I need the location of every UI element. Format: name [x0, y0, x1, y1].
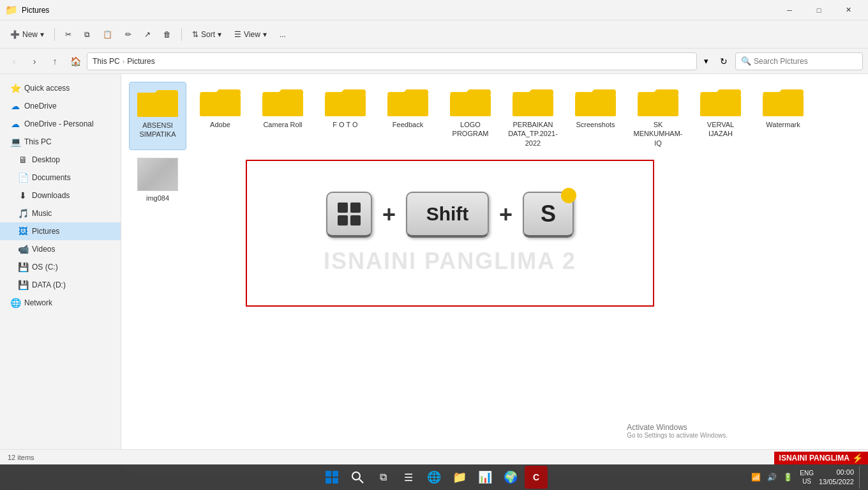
breadcrumb-pictures[interactable]: Pictures	[127, 57, 154, 66]
delete-icon: 🗑	[163, 30, 171, 39]
svg-rect-8	[513, 95, 553, 116]
folder-item-sk[interactable]: SK MENKUMHAM-IQ	[629, 82, 687, 150]
folder-item-foto[interactable]: F O T O	[317, 82, 374, 150]
folder-item-img084[interactable]: img084	[129, 155, 186, 205]
folder-item-watermark[interactable]: Watermark	[754, 82, 812, 150]
share-button[interactable]: ↗	[139, 24, 156, 45]
svg-rect-15	[338, 215, 348, 226]
shortcut-overlay: + Shift + S ISNAINI PANGLIMA 2	[246, 160, 654, 307]
taskview-button[interactable]: ⧉	[371, 466, 394, 489]
cut-icon: ✂	[65, 30, 71, 39]
lang-indicator[interactable]: ENG US	[800, 469, 814, 486]
sidebar-thispc-label: This PC	[24, 137, 52, 146]
more-button[interactable]: ...	[274, 24, 291, 45]
address-dropdown-button[interactable]: ▾	[700, 52, 712, 70]
view-label: View	[244, 30, 260, 39]
shift-label: Shift	[426, 203, 469, 225]
volume-systray-icon: 🔊	[765, 471, 779, 483]
sidebar-item-osc[interactable]: 💾 OS (C:)	[0, 258, 121, 276]
network-systray-icon: 📶	[749, 471, 763, 483]
sidebar-item-documents[interactable]: 📄 Documents	[0, 169, 121, 187]
sort-button[interactable]: ⇅ Sort ▾	[187, 24, 227, 45]
folder-item-feedback[interactable]: Feedback	[379, 82, 437, 150]
sidebar-item-thispc[interactable]: 💻 This PC	[0, 133, 121, 151]
folder-name-screenshots: Screenshots	[576, 120, 615, 129]
edge-button[interactable]: 🌐	[423, 466, 445, 489]
breadcrumb-sep1: ›	[123, 57, 125, 65]
sidebar-item-onedrive[interactable]: ☁ OneDrive	[0, 97, 121, 115]
widgets-button[interactable]: ☰	[397, 466, 420, 489]
home-button[interactable]: 🏠	[66, 52, 84, 70]
svg-rect-7	[450, 95, 491, 116]
maximize-button[interactable]: □	[804, 0, 834, 20]
window-title: Pictures	[22, 6, 49, 15]
svg-rect-20	[333, 478, 338, 484]
delete-button[interactable]: 🗑	[158, 24, 176, 45]
folder-item-adobe[interactable]: Adobe	[191, 82, 249, 150]
sidebar-datad-label: DATA (D:)	[32, 280, 66, 289]
close-button[interactable]: ✕	[834, 0, 863, 20]
title-bar-controls: ─ □ ✕	[775, 0, 863, 20]
onedrive-personal-icon: ☁	[10, 119, 20, 129]
folder-name-img084: img084	[146, 194, 169, 203]
taskbar-right: 📶 🔊 🔋 ENG US 00:00 13/05/2022	[749, 466, 863, 489]
back-button[interactable]: ‹	[5, 52, 23, 70]
rename-icon: ✏	[125, 30, 131, 39]
search-input[interactable]	[754, 57, 857, 66]
folder-item-cameraroll[interactable]: Camera Roll	[254, 82, 311, 150]
new-icon: ➕	[10, 30, 20, 39]
sidebar-item-datad[interactable]: 💾 DATA (D:)	[0, 276, 121, 294]
view-button[interactable]: ☰ View ▾	[229, 24, 272, 45]
copy-button[interactable]: ⧉	[79, 24, 95, 45]
folder-icon-watermark	[763, 84, 804, 118]
folder-item-verval[interactable]: VERVAL IJAZAH	[692, 82, 749, 150]
folder-icon-perbaikan	[513, 84, 553, 118]
clock[interactable]: 00:00 13/05/2022	[819, 468, 854, 487]
folder-icon-sk	[638, 84, 678, 118]
new-button[interactable]: ➕ New ▾	[5, 24, 49, 45]
address-path[interactable]: This PC › Pictures	[87, 52, 697, 70]
folder-name-feedback: Feedback	[393, 120, 423, 129]
activate-title: Activate Windows	[627, 423, 728, 432]
separator-1	[54, 28, 55, 41]
explorer-button[interactable]: 📁	[448, 466, 471, 489]
view-chevron: ▾	[263, 30, 267, 39]
address-bar: ‹ › ↑ 🏠 This PC › Pictures ▾ ↻ 🔍	[0, 49, 868, 74]
refresh-button[interactable]: ↻	[715, 52, 733, 70]
forward-button[interactable]: ›	[26, 52, 43, 70]
view-icon: ☰	[234, 30, 241, 39]
sidebar-item-downloads[interactable]: ⬇ Downloads	[0, 187, 121, 204]
sidebar-item-onedrive-personal[interactable]: ☁ OneDrive - Personal	[0, 115, 121, 133]
sidebar-item-quickaccess[interactable]: ⭐ Quick access	[0, 79, 121, 97]
paste-button[interactable]: 📋	[98, 24, 117, 45]
svg-rect-5	[325, 95, 366, 116]
chrome-button[interactable]: 🌍	[499, 466, 522, 489]
app-red-button[interactable]: C	[525, 466, 548, 489]
sidebar-item-network[interactable]: 🌐 Network	[0, 294, 121, 312]
window-icon: 📁	[5, 4, 18, 16]
minimize-button[interactable]: ─	[775, 0, 804, 20]
sidebar-item-desktop[interactable]: 🖥 Desktop	[0, 151, 121, 169]
svg-rect-13	[338, 203, 348, 213]
sidebar-item-pictures[interactable]: 🖼 Pictures	[0, 222, 121, 240]
share-icon: ↗	[144, 30, 151, 39]
rename-button[interactable]: ✏	[120, 24, 137, 45]
folder-item-logoprogram[interactable]: LOGO PROGRAM	[442, 82, 499, 150]
folder-item-screenshots[interactable]: Screenshots	[567, 82, 624, 150]
sidebar-item-music[interactable]: 🎵 Music	[0, 204, 121, 222]
up-button[interactable]: ↑	[46, 52, 64, 70]
pictures-icon: 🖼	[18, 226, 28, 236]
folder-item-absensi[interactable]: ABSENSI SIMPATIKA	[129, 82, 186, 150]
sidebar-item-videos[interactable]: 📹 Videos	[0, 240, 121, 258]
breadcrumb-thispc[interactable]: This PC	[93, 57, 120, 66]
more-icon: ...	[280, 30, 286, 39]
sidebar-osc-label: OS (C:)	[32, 263, 58, 272]
search-taskbar-button[interactable]	[346, 466, 369, 489]
folder-item-perbaikan[interactable]: PERBAIKAN DATA_TP.2021-2022	[504, 82, 562, 150]
svg-rect-17	[326, 471, 331, 477]
powerpoint-button[interactable]: 📊	[474, 466, 497, 489]
show-desktop-button[interactable]	[859, 466, 863, 489]
folder-name-perbaikan: PERBAIKAN DATA_TP.2021-2022	[507, 120, 559, 148]
start-button[interactable]	[320, 466, 343, 489]
cut-button[interactable]: ✂	[60, 24, 77, 45]
